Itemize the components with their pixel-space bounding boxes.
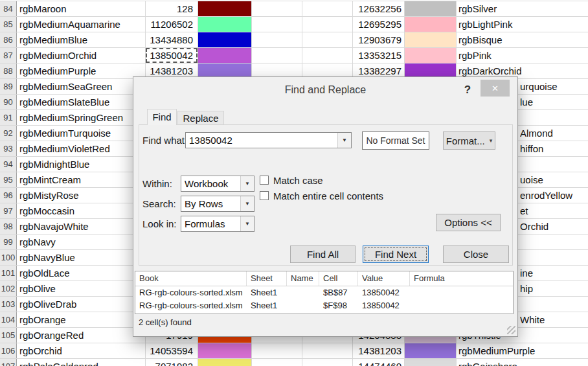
find-next-button[interactable]: Find Next bbox=[363, 246, 429, 263]
cell-color-name-right[interactable]: rgbMediumPurple bbox=[457, 343, 588, 358]
cell-color-value[interactable]: 11206502 bbox=[146, 17, 198, 32]
cell-color-swatch[interactable] bbox=[198, 359, 252, 366]
find-what-input[interactable]: 13850042 ▼ bbox=[185, 132, 352, 148]
cell-color-swatch[interactable] bbox=[198, 1, 252, 16]
results-col-value[interactable]: Value bbox=[358, 271, 410, 286]
cell-color-swatch-right[interactable] bbox=[405, 343, 457, 358]
cell-color-name[interactable]: rgbMistyRose bbox=[17, 188, 146, 203]
row-header[interactable]: 99 bbox=[0, 234, 17, 249]
cell-color-swatch-right[interactable] bbox=[405, 32, 457, 47]
cell-color-name[interactable]: rgbNavyBlue bbox=[17, 250, 146, 265]
cell-color-name-right[interactable]: rgbLightPink bbox=[457, 17, 588, 32]
cell-color-name[interactable]: rgbOliveDrab bbox=[17, 297, 146, 312]
help-icon[interactable]: ? bbox=[460, 83, 475, 97]
chevron-down-icon[interactable]: ▼ bbox=[240, 216, 254, 231]
cell-color-name[interactable]: rgbMediumVioletRed bbox=[17, 141, 146, 156]
cell-empty[interactable] bbox=[252, 359, 302, 366]
cell-color-name[interactable]: rgbMediumSpringGreen bbox=[17, 110, 146, 125]
chevron-down-icon[interactable]: ▼ bbox=[240, 196, 254, 211]
find-all-button[interactable]: Find All bbox=[290, 246, 356, 263]
cell-color-name[interactable]: rgbMediumBlue bbox=[17, 32, 146, 47]
cell-color-name[interactable]: rgbPaleGoldenrod bbox=[17, 359, 146, 366]
cell-color-name[interactable]: rgbMediumSeaGreen bbox=[17, 79, 146, 94]
cell-empty[interactable] bbox=[252, 32, 302, 47]
cell-color-name[interactable]: rgbMidnightBlue bbox=[17, 157, 146, 172]
cell-empty[interactable] bbox=[302, 48, 353, 63]
cell-empty[interactable] bbox=[252, 343, 302, 358]
result-row[interactable]: RG-rgb-colours-sorted.xlsm Sheet1 $F$98 … bbox=[135, 299, 513, 312]
cell-color-value[interactable]: 7071982 bbox=[146, 359, 198, 366]
options-button[interactable]: Options << bbox=[436, 214, 501, 231]
cell-color-name[interactable]: rgbMediumTurquoise bbox=[17, 126, 146, 141]
cell-empty[interactable] bbox=[302, 32, 353, 47]
cell-color-value-right[interactable]: 14381203 bbox=[353, 343, 405, 358]
within-dropdown[interactable]: Workbook ▼ bbox=[181, 176, 254, 192]
row-header[interactable]: 100 bbox=[0, 250, 17, 265]
row-header[interactable]: 104 bbox=[0, 312, 17, 327]
results-col-name[interactable]: Name bbox=[287, 271, 319, 286]
tab-find[interactable]: Find bbox=[147, 109, 177, 125]
cell-color-swatch[interactable] bbox=[198, 48, 252, 63]
cell-color-name[interactable]: rgbOrange bbox=[17, 312, 146, 327]
cell-color-name[interactable]: rgbMaroon bbox=[17, 1, 146, 16]
results-col-sheet[interactable]: Sheet bbox=[247, 271, 287, 286]
row-header[interactable]: 84 bbox=[0, 1, 17, 16]
row-header[interactable]: 91 bbox=[0, 110, 17, 125]
row-header[interactable]: 94 bbox=[0, 157, 17, 172]
cell-color-name[interactable]: rgbMediumOrchid bbox=[17, 48, 146, 63]
row-header[interactable]: 98 bbox=[0, 219, 17, 234]
row-header[interactable]: 106 bbox=[0, 343, 17, 358]
row-header[interactable]: 85 bbox=[0, 17, 17, 32]
chevron-down-icon[interactable]: ▼ bbox=[337, 133, 351, 148]
cell-empty[interactable] bbox=[252, 1, 302, 16]
cell-color-name-right[interactable]: rgbBisque bbox=[457, 32, 588, 47]
cell-color-value[interactable]: 14053594 bbox=[146, 343, 198, 358]
row-header[interactable]: 107 bbox=[0, 359, 17, 366]
cell-color-swatch[interactable] bbox=[198, 343, 252, 358]
cell-color-name[interactable]: rgbMediumSlateBlue bbox=[17, 95, 146, 109]
row-header[interactable]: 87 bbox=[0, 48, 17, 63]
cell-color-value[interactable]: 13434880 bbox=[146, 32, 198, 47]
cell-color-swatch-right[interactable] bbox=[405, 48, 457, 63]
cell-color-value[interactable]: 128 bbox=[146, 1, 198, 16]
close-icon[interactable]: ✕ bbox=[481, 80, 510, 97]
cell-color-swatch[interactable] bbox=[198, 17, 252, 32]
row-header[interactable]: 103 bbox=[0, 297, 17, 312]
cell-color-name[interactable]: rgbOrangeRed bbox=[17, 328, 146, 343]
cell-color-name[interactable]: rgbMoccasin bbox=[17, 203, 146, 218]
cell-color-name-right[interactable]: rgbGainsboro bbox=[457, 359, 588, 366]
cell-color-name[interactable]: rgbNavajoWhite bbox=[17, 219, 146, 234]
row-header[interactable]: 105 bbox=[0, 328, 17, 343]
cell-color-value-right[interactable]: 12903679 bbox=[353, 32, 405, 47]
tab-replace[interactable]: Replace bbox=[177, 111, 224, 125]
resize-grip[interactable] bbox=[507, 326, 515, 334]
match-case-checkbox[interactable] bbox=[260, 176, 269, 185]
cell-color-swatch-right[interactable] bbox=[405, 359, 457, 366]
results-col-book[interactable]: Book bbox=[135, 271, 247, 286]
cell-empty[interactable] bbox=[302, 17, 353, 32]
cell-color-name-right[interactable]: rgbSilver bbox=[457, 1, 588, 16]
chevron-down-icon[interactable]: ▼ bbox=[240, 176, 254, 191]
cell-color-value-right[interactable]: 13353215 bbox=[353, 48, 405, 63]
row-header[interactable]: 88 bbox=[0, 63, 17, 78]
cell-empty[interactable] bbox=[302, 343, 353, 358]
cell-empty[interactable] bbox=[302, 359, 353, 366]
row-header[interactable]: 101 bbox=[0, 266, 17, 280]
row-header[interactable]: 95 bbox=[0, 172, 17, 187]
look-in-dropdown[interactable]: Formulas ▼ bbox=[181, 216, 254, 232]
row-header[interactable]: 102 bbox=[0, 281, 17, 296]
cell-color-value-right[interactable]: 12632256 bbox=[353, 1, 405, 16]
cell-color-name[interactable]: rgbMediumAquamarine bbox=[17, 17, 146, 32]
cell-color-swatch-right[interactable] bbox=[405, 1, 457, 16]
row-header[interactable]: 86 bbox=[0, 32, 17, 47]
cell-color-name[interactable]: rgbMintCream bbox=[17, 172, 146, 187]
result-row[interactable]: RG-rgb-colours-sorted.xlsm Sheet1 $B$87 … bbox=[135, 286, 513, 299]
row-header[interactable]: 97 bbox=[0, 203, 17, 218]
row-header[interactable]: 93 bbox=[0, 141, 17, 156]
close-button[interactable]: Close bbox=[443, 246, 509, 263]
cell-empty[interactable] bbox=[302, 1, 353, 16]
row-header[interactable]: 92 bbox=[0, 126, 17, 141]
cell-color-name[interactable]: rgbNavy bbox=[17, 234, 146, 249]
results-col-formula[interactable]: Formula bbox=[410, 271, 513, 286]
row-header[interactable]: 89 bbox=[0, 79, 17, 94]
